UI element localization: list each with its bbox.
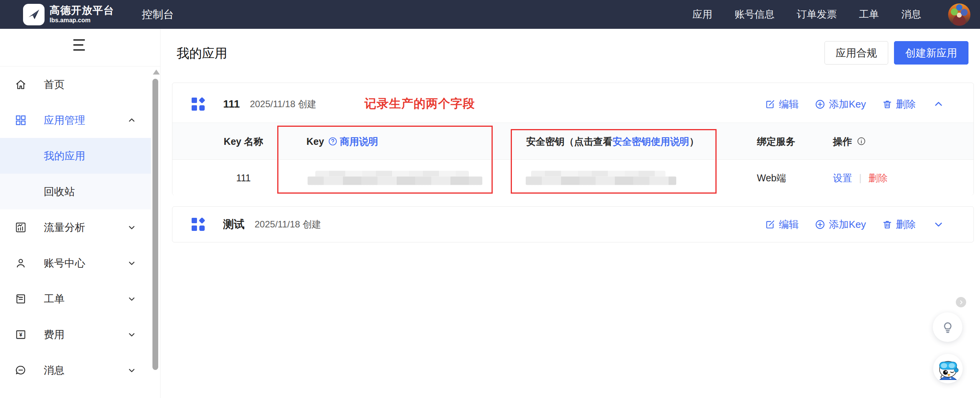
app-actions: 编辑 添加Key 删除: [765, 83, 944, 125]
sidebar-menu: 首页 应用管理 我的应用 回收站 流量分析: [0, 66, 161, 388]
sidebar-item-recycle-bin[interactable]: 回收站: [0, 174, 151, 209]
sidebar-item-my-apps[interactable]: 我的应用: [0, 138, 151, 174]
nav-console[interactable]: 控制台: [142, 7, 174, 22]
app-name: 测试: [223, 217, 245, 232]
lightbulb-icon: [940, 319, 956, 335]
app-actions: 编辑 添加Key 删除: [765, 207, 944, 242]
col-key: Key 商用说明: [306, 135, 378, 148]
mascot-icon: [935, 356, 961, 381]
nav-item-apps[interactable]: 应用: [692, 8, 712, 21]
main-content: 我的应用 应用合规 创建新应用 111 2025/11/18 创建 记录生产的两…: [161, 29, 980, 398]
commercial-info-link[interactable]: 商用说明: [340, 136, 378, 146]
add-key-button[interactable]: 添加Key: [815, 98, 866, 111]
question-circle-icon[interactable]: [328, 136, 338, 146]
sidebar-collapse-button[interactable]: [73, 39, 85, 51]
col-key-name: Key 名称: [195, 135, 291, 148]
brand-logo[interactable]: 高德开放平台 lbs.amap.com: [23, 4, 114, 25]
key-table-row: 111 Web端 设置|删除: [172, 160, 973, 195]
compliance-button[interactable]: 应用合规: [824, 41, 888, 65]
app-card-header: 测试 2025/11/18 创建 编辑 添加Key: [172, 207, 973, 242]
sidebar-item-account-center[interactable]: 账号中心: [0, 245, 151, 281]
row-operations: 设置|删除: [833, 171, 888, 184]
delete-button[interactable]: 删除: [882, 218, 916, 231]
nav-item-account-info[interactable]: 账号信息: [735, 8, 775, 21]
expand-toggle[interactable]: [933, 219, 944, 230]
nav-item-orders-invoices[interactable]: 订单发票: [797, 8, 837, 21]
redacted-key-value: [308, 171, 482, 185]
topbar-nav: 应用 账号信息 订单发票 工单 消息: [670, 3, 970, 26]
sidebar-item-messages[interactable]: 消息: [0, 352, 151, 388]
topbar: 高德开放平台 lbs.amap.com 控制台 应用 账号信息 订单发票 工单 …: [0, 0, 980, 29]
edit-icon: [765, 219, 775, 230]
app-grid-icon: [191, 97, 205, 111]
sidebar-item-app-management[interactable]: 应用管理: [0, 102, 151, 138]
edit-button[interactable]: 编辑: [765, 218, 799, 231]
add-key-button[interactable]: 添加Key: [815, 218, 866, 231]
delete-key-link[interactable]: 删除: [869, 172, 888, 183]
bind-service-value: Web端: [757, 171, 786, 184]
delete-button[interactable]: 删除: [882, 98, 916, 111]
sidebar-item-label: 工单: [44, 292, 65, 306]
nav-item-work-orders[interactable]: 工单: [859, 8, 879, 21]
brand-text: 高德开放平台 lbs.amap.com: [50, 5, 114, 23]
chevron-up-icon: [933, 98, 944, 110]
sidebar-item-fees[interactable]: ¥ 费用: [0, 317, 151, 352]
app-card-header: 111 2025/11/18 创建 记录生产的两个字段 编辑 添加Key: [172, 83, 973, 125]
page-title: 我的应用: [177, 45, 227, 62]
chevron-down-icon: [127, 330, 136, 339]
col-secret: 安全密钥（点击查看安全密钥使用说明）: [526, 135, 699, 148]
plus-circle-icon: [815, 99, 825, 109]
mascot-assistant-button[interactable]: [933, 354, 963, 383]
brand-subtitle: lbs.amap.com: [50, 17, 114, 24]
amap-logo-icon: [23, 4, 45, 25]
svg-text:¥: ¥: [19, 332, 23, 338]
brand-title: 高德开放平台: [50, 5, 114, 16]
sidebar-item-label: 消息: [44, 363, 65, 377]
nav-item-messages[interactable]: 消息: [901, 8, 921, 21]
create-app-button[interactable]: 创建新应用: [894, 41, 968, 65]
edit-icon: [765, 99, 775, 109]
chevron-down-icon: [127, 294, 136, 303]
sidebar-item-traffic-analysis[interactable]: 流量分析: [0, 209, 151, 245]
secret-usage-link[interactable]: 安全密钥使用说明: [612, 136, 689, 146]
home-icon: [15, 78, 27, 91]
apps-grid-icon: [15, 114, 27, 126]
col-operations: 操作: [833, 135, 866, 148]
message-bubble-icon: [15, 364, 27, 376]
app-created-date: 2025/11/18 创建: [250, 98, 316, 110]
key-table-header: Key 名称 Key 商用说明 安全密钥（点击查看安全密钥使用说明） 绑定服务 …: [172, 123, 973, 160]
sidebar: 首页 应用管理 我的应用 回收站 流量分析: [0, 29, 161, 398]
col-bind-service: 绑定服务: [757, 135, 795, 148]
app-name: 111: [223, 98, 240, 110]
sidebar-scrollbar-thumb[interactable]: [152, 79, 158, 370]
sidebar-item-label: 首页: [44, 78, 65, 91]
key-name-value: 111: [195, 172, 291, 183]
user-icon: [15, 257, 27, 269]
chart-icon: [15, 221, 27, 234]
chevron-down-icon: [127, 366, 136, 375]
panel-expand-button[interactable]: [956, 297, 966, 307]
sidebar-item-label: 我的应用: [44, 149, 85, 163]
hamburger-icon: [73, 39, 85, 41]
sidebar-item-label: 回收站: [44, 185, 75, 199]
edit-button[interactable]: 编辑: [765, 98, 799, 111]
sidebar-item-label: 应用管理: [44, 113, 85, 127]
sidebar-scroll-up-arrow[interactable]: [153, 70, 160, 75]
app-card-test: 测试 2025/11/18 创建 编辑 添加Key: [172, 206, 974, 242]
chevron-up-icon: [127, 116, 136, 125]
user-avatar[interactable]: [948, 3, 970, 26]
chevron-right-icon: [958, 300, 964, 305]
sidebar-item-work-orders[interactable]: 工单: [0, 281, 151, 317]
trash-icon: [882, 99, 892, 109]
help-lightbulb-button[interactable]: [933, 312, 962, 342]
info-circle-icon[interactable]: [857, 136, 866, 146]
trash-icon: [882, 219, 892, 230]
plus-circle-icon: [815, 219, 825, 230]
collapse-toggle[interactable]: [933, 98, 944, 110]
sidebar-item-label: 流量分析: [44, 221, 85, 234]
sidebar-item-home[interactable]: 首页: [0, 66, 151, 102]
app-created-date: 2025/11/18 创建: [255, 218, 321, 231]
operation-divider: |: [859, 172, 862, 183]
fee-icon: ¥: [15, 328, 27, 341]
settings-link[interactable]: 设置: [833, 172, 852, 183]
